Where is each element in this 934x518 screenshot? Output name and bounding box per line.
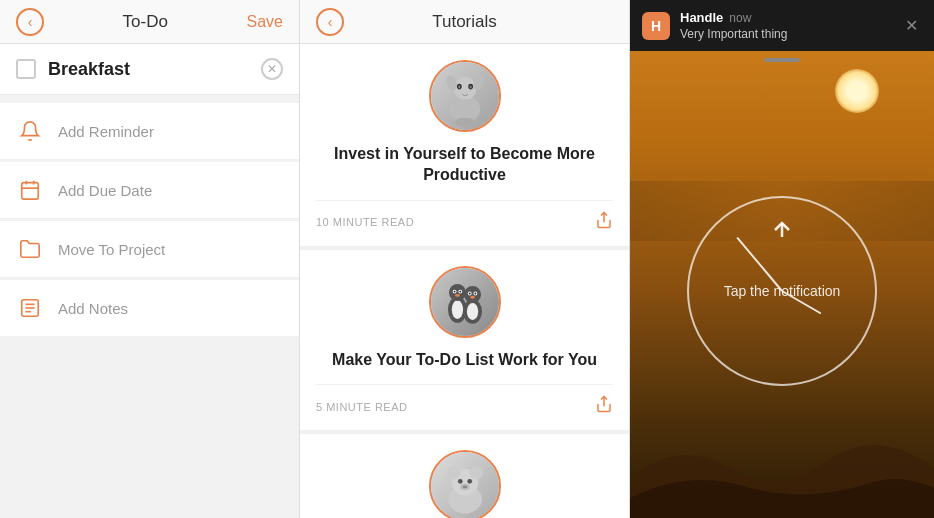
svg-point-24: [455, 294, 460, 297]
tutorial-meta-2: 5 MINUTE READ: [316, 384, 613, 430]
task-name: Breakfast: [48, 59, 261, 80]
tutorial-card-1[interactable]: Invest in Yourself to Become More Produc…: [300, 44, 629, 250]
tutorial-title-1: Invest in Yourself to Become More Produc…: [316, 144, 613, 186]
tutorial-avatar-2: [429, 266, 501, 338]
tutorials-title: Tutorials: [356, 12, 573, 32]
notification-app-name-row: Handle now: [680, 10, 901, 25]
handle-app-icon: H: [642, 12, 670, 40]
svg-point-31: [474, 292, 476, 294]
move-to-project-label: Move To Project: [58, 241, 165, 258]
calendar-icon: [16, 176, 44, 204]
tutorial-title-2: Make Your To-Do List Work for You: [332, 350, 597, 371]
tutorial-card-3[interactable]: [300, 434, 629, 518]
notification-text: Handle now Very Important thing: [680, 10, 901, 41]
landscape-hills: [630, 418, 934, 518]
notification-message: Very Important thing: [680, 27, 901, 41]
add-notes-item[interactable]: Add Notes: [0, 280, 299, 337]
sun-graphic: [835, 69, 879, 113]
tutorial-avatar-3: [429, 450, 501, 518]
notification-background[interactable]: Tap the notification: [630, 51, 934, 518]
add-reminder-item[interactable]: Add Reminder: [0, 103, 299, 160]
todo-panel: ‹ To-Do Save Breakfast ✕ Add Reminder: [0, 0, 300, 518]
svg-rect-0: [22, 183, 39, 200]
swipe-up-arrow: [770, 218, 794, 242]
task-close-button[interactable]: ✕: [261, 58, 283, 80]
move-to-project-item[interactable]: Move To Project: [0, 221, 299, 278]
svg-point-12: [458, 86, 460, 89]
svg-point-36: [447, 467, 460, 480]
svg-point-29: [468, 292, 470, 294]
tutorial-read-time-1: 10 MINUTE READ: [316, 216, 414, 228]
todo-title: To-Do: [123, 12, 168, 32]
task-checkbox[interactable]: [16, 59, 36, 79]
drag-indicator: [764, 58, 800, 62]
tutorial-meta-1: 10 MINUTE READ: [316, 200, 613, 246]
add-due-date-item[interactable]: Add Due Date: [0, 162, 299, 219]
svg-point-26: [466, 303, 477, 320]
add-due-date-label: Add Due Date: [58, 182, 152, 199]
notification-app-name: Handle: [680, 10, 723, 25]
tutorial-card-2[interactable]: Make Your To-Do List Work for You 5 MINU…: [300, 250, 629, 435]
svg-point-23: [459, 290, 461, 292]
notification-time: now: [729, 11, 751, 25]
todo-header: ‹ To-Do Save: [0, 0, 299, 44]
add-notes-label: Add Notes: [58, 300, 128, 317]
tutorial-avatar-1: [429, 60, 501, 132]
tutorial-share-button-2[interactable]: [595, 395, 613, 418]
todo-save-button[interactable]: Save: [247, 13, 283, 31]
folder-icon: [16, 235, 44, 263]
svg-point-37: [469, 467, 482, 480]
svg-point-19: [448, 284, 465, 301]
todo-back-button[interactable]: ‹: [16, 8, 44, 36]
tutorials-header: ‹ Tutorials: [300, 0, 629, 44]
tutorials-panel: ‹ Tutorials Invest in Yourself to Become…: [300, 0, 630, 518]
svg-point-18: [451, 300, 462, 319]
notification-panel: H Handle now Very Important thing ✕: [630, 0, 934, 518]
svg-point-41: [462, 486, 467, 489]
svg-point-38: [457, 479, 462, 484]
notes-icon: [16, 294, 44, 322]
clock-circle: Tap the notification: [687, 196, 877, 386]
add-reminder-label: Add Reminder: [58, 123, 154, 140]
svg-point-13: [469, 86, 471, 89]
bell-icon: [16, 117, 44, 145]
notification-banner: H Handle now Very Important thing ✕: [630, 0, 934, 51]
action-list: Add Reminder Add Due Date Move To Proje: [0, 103, 299, 337]
task-name-row: Breakfast ✕: [0, 44, 299, 95]
tutorials-back-button[interactable]: ‹: [316, 8, 344, 36]
svg-point-39: [467, 479, 472, 484]
tutorial-share-button-1[interactable]: [595, 211, 613, 234]
svg-point-32: [470, 295, 475, 298]
notification-close-button[interactable]: ✕: [901, 12, 922, 39]
svg-point-21: [453, 290, 455, 292]
svg-point-27: [464, 286, 481, 303]
tutorial-read-time-2: 5 MINUTE READ: [316, 401, 407, 413]
svg-point-9: [453, 77, 476, 100]
